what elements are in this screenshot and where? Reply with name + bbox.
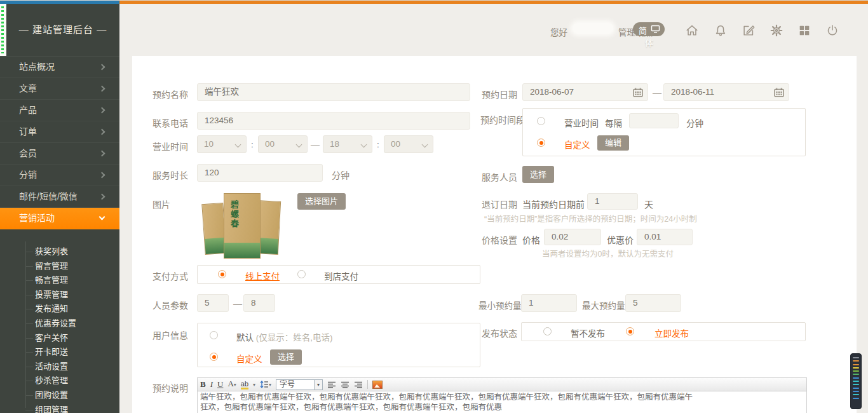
apps-grid-icon[interactable] bbox=[797, 24, 811, 37]
sidebar-submenu-item[interactable]: 获奖列表 bbox=[0, 245, 119, 259]
duration-input[interactable]: 120 bbox=[197, 164, 323, 182]
highlight-caret[interactable]: ▾ bbox=[253, 382, 255, 388]
sidebar-menu-item[interactable]: 邮件/短信/微信 bbox=[0, 186, 119, 208]
sidebar-submenu-item-label: 秒杀管理 bbox=[35, 376, 68, 385]
sidebar-submenu-item[interactable]: 优惠券设置 bbox=[0, 316, 119, 331]
tab-list-widget[interactable] bbox=[850, 353, 862, 409]
userinfo-default-radio[interactable] bbox=[210, 331, 218, 339]
date-to-input[interactable]: 2018-06-11 bbox=[663, 83, 789, 101]
align-left-button[interactable] bbox=[327, 381, 336, 388]
sidebar-menu-item[interactable]: 会员 bbox=[0, 143, 119, 165]
staff-choose-button[interactable]: 选择 bbox=[522, 166, 554, 183]
price-input[interactable]: 0.02 bbox=[544, 229, 601, 245]
sidebar-menu-item[interactable]: 文章 bbox=[0, 78, 119, 100]
chevron-down-icon bbox=[235, 142, 241, 148]
insert-image-button[interactable] bbox=[372, 381, 383, 389]
hours-from-hour-select[interactable]: 10 bbox=[197, 135, 247, 153]
hours-to-hour-select[interactable]: 18 bbox=[323, 135, 372, 153]
field-label-timeslot: 预约时间段 bbox=[480, 113, 525, 126]
sidebar-submenu-item-label: 客户关怀 bbox=[35, 333, 68, 342]
sidebar-submenu-item[interactable]: 留言管理 bbox=[0, 259, 119, 274]
phone-input[interactable]: 123456 bbox=[197, 112, 470, 130]
settings-gear-icon[interactable] bbox=[770, 24, 783, 37]
align-center-button[interactable] bbox=[341, 381, 349, 388]
publish-now-radio[interactable] bbox=[626, 327, 634, 335]
chevron-down-icon bbox=[361, 142, 367, 148]
editor-content[interactable]: 端午狂欢，包厢有优惠端午狂欢，包厢有优惠端午狂欢，包厢有优惠端午狂欢，包厢有优惠… bbox=[198, 391, 806, 413]
price-sublabel: 价格 bbox=[522, 233, 540, 246]
underline-button[interactable]: U bbox=[217, 379, 223, 389]
choose-image-button[interactable]: 选择图片 bbox=[297, 193, 346, 210]
monitor-icon bbox=[651, 25, 660, 33]
userinfo-choose-button[interactable]: 选择 bbox=[270, 349, 302, 365]
field-label-duration: 服务时长 bbox=[153, 168, 188, 181]
online-payment-radio[interactable] bbox=[218, 270, 226, 278]
font-size-select[interactable]: 字号▾ bbox=[276, 379, 323, 390]
sale-price-sublabel: 优惠价 bbox=[607, 233, 634, 246]
userinfo-custom-radio[interactable] bbox=[210, 353, 218, 361]
language-label: 简 bbox=[639, 24, 647, 36]
edit-icon[interactable] bbox=[742, 24, 756, 37]
editor-toolbar: B I U A▾ ab▾ ▾ 字号▾ bbox=[198, 378, 806, 391]
font-color-button[interactable]: A▾ bbox=[227, 379, 236, 390]
calendar-icon[interactable] bbox=[774, 88, 784, 97]
sidebar-submenu-item-label: 投票管理 bbox=[35, 290, 68, 299]
sidebar-menu-item[interactable]: 站点概况 bbox=[0, 57, 119, 78]
sidebar-submenu-item[interactable]: 客户关怀 bbox=[0, 331, 119, 346]
sidebar-submenu-item[interactable]: 畅言管理 bbox=[0, 273, 119, 288]
sidebar-submenu-item[interactable]: 开卡即送 bbox=[0, 345, 119, 360]
date-from-input[interactable]: 2018-06-07 bbox=[522, 83, 648, 101]
home-icon[interactable] bbox=[685, 24, 699, 37]
field-label-description: 预约说明 bbox=[153, 381, 188, 394]
description-editor[interactable]: B I U A▾ ab▾ ▾ 字号▾ 端午狂欢，包厢有优惠端午狂欢，包厢有优惠端… bbox=[197, 377, 807, 413]
timeslot-interval-input[interactable] bbox=[629, 113, 679, 128]
sidebar-submenu: 获奖列表 留言管理 畅言管理 投票管理 发布通知 优惠券设置 客户关怀 开卡即送… bbox=[0, 233, 119, 413]
offline-payment-radio[interactable] bbox=[297, 270, 306, 278]
sidebar-submenu-item[interactable]: 发布通知 bbox=[0, 302, 119, 316]
sidebar-menu-item-label: 分销 bbox=[19, 170, 37, 180]
name-input[interactable]: 端午狂欢 bbox=[197, 83, 470, 101]
green-dashed-marker bbox=[1, 6, 4, 53]
timeslot-unit-label: 分钟 bbox=[686, 116, 703, 129]
people-max-input[interactable]: 8 bbox=[243, 294, 275, 312]
timeslot-business-radio[interactable] bbox=[537, 117, 545, 125]
highlight-button[interactable]: ab bbox=[241, 380, 248, 389]
sidebar-menu-item-label: 邮件/短信/微信 bbox=[19, 191, 78, 201]
hours-to-minute-select[interactable]: 00 bbox=[384, 135, 433, 153]
sidebar-submenu-item-label: 发布通知 bbox=[35, 304, 68, 313]
font-size-caret[interactable]: ▾ bbox=[314, 380, 322, 389]
max-quantity-input[interactable]: 5 bbox=[625, 294, 681, 312]
hours-from-minute-select[interactable]: 00 bbox=[258, 135, 308, 153]
align-right-button[interactable] bbox=[354, 381, 363, 388]
italic-button[interactable]: I bbox=[210, 379, 213, 389]
bold-button[interactable]: B bbox=[200, 379, 206, 389]
sidebar-menu-item-label: 站点概况 bbox=[19, 62, 55, 72]
sidebar-submenu-item[interactable]: 组团管理 bbox=[0, 403, 119, 413]
sidebar-submenu-item[interactable]: 团购设置 bbox=[0, 388, 119, 403]
userinfo-default-label: 默认 (仅显示：姓名,电话) bbox=[236, 330, 333, 343]
power-icon[interactable] bbox=[825, 24, 839, 37]
sidebar-submenu-item[interactable]: 秒杀管理 bbox=[0, 374, 119, 388]
timeslot-custom-radio[interactable] bbox=[537, 139, 545, 147]
userinfo-custom-label: 自定义 bbox=[236, 352, 262, 365]
language-switch-button[interactable]: 简 bbox=[633, 22, 665, 36]
sidebar-menu-item[interactable]: 营销活动 bbox=[0, 208, 119, 229]
timeslot-edit-button[interactable]: 编辑 bbox=[597, 135, 629, 151]
people-min-input[interactable]: 5 bbox=[197, 294, 229, 312]
sidebar-submenu-item[interactable]: 投票管理 bbox=[0, 288, 119, 302]
online-payment-label[interactable]: 线上支付 bbox=[245, 269, 280, 282]
sidebar-menu-item[interactable]: 订单 bbox=[0, 121, 119, 143]
line-height-button[interactable]: ▾ bbox=[260, 381, 271, 388]
sidebar-menu-item[interactable]: 分销 bbox=[0, 165, 119, 186]
cancel-days-input[interactable]: 1 bbox=[587, 193, 638, 210]
sale-price-input[interactable]: 0.01 bbox=[637, 229, 693, 245]
sidebar-submenu-item[interactable]: 活动设置 bbox=[0, 360, 119, 374]
bell-icon[interactable] bbox=[714, 24, 728, 37]
editor-text-line: 狂欢，包厢有优惠端午狂欢，包厢有优惠端午狂欢，包厢有优惠端午狂欢，包厢有优惠 bbox=[200, 403, 804, 413]
calendar-icon[interactable] bbox=[633, 88, 643, 97]
sidebar-menu-item[interactable]: 产品 bbox=[0, 100, 119, 121]
min-quantity-input[interactable]: 1 bbox=[521, 294, 577, 312]
top-accent-orange bbox=[119, 1, 868, 4]
publish-later-radio[interactable] bbox=[543, 327, 552, 335]
field-label-name: 预约名称 bbox=[153, 88, 188, 100]
